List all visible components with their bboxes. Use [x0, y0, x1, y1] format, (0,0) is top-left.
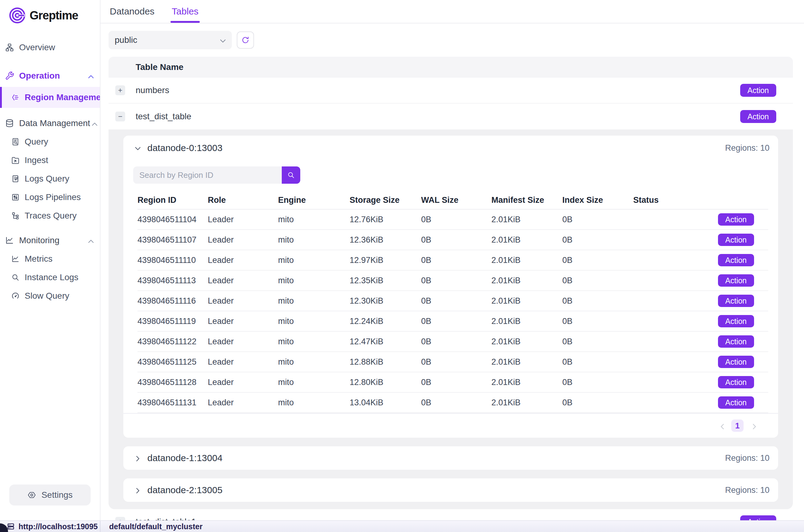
table-row: + numbers Action [109, 78, 793, 103]
sidebar-item-instance-logs[interactable]: Instance Logs [0, 268, 100, 287]
settings-label: Settings [41, 490, 73, 500]
settings-button[interactable]: Settings [9, 484, 91, 506]
region-action-button[interactable]: Action [718, 376, 754, 388]
region-cell-role: Leader [208, 398, 278, 407]
region-cell-index-size: 0B [562, 357, 633, 367]
sidebar-item-region-management[interactable]: Region Management [0, 87, 100, 108]
region-cell-manifest-size: 2.01KiB [492, 276, 562, 285]
tab-datanodes[interactable]: Datanodes [109, 0, 156, 23]
region-cell-index-size: 0B [562, 235, 633, 245]
tab-bar: DatanodesTables [100, 0, 804, 23]
schema-select[interactable]: public [109, 31, 232, 49]
region-cell-wal-size: 0B [421, 317, 492, 326]
region-cell-index-size: 0B [562, 398, 633, 407]
region-col-storage-size: Storage Size [350, 195, 421, 205]
region-cell-index-size: 0B [562, 296, 633, 306]
region-cell-manifest-size: 2.01KiB [492, 235, 562, 245]
region-action-button[interactable]: Action [718, 294, 754, 307]
region-cell-storage-size: 12.97KiB [350, 255, 421, 265]
region-col-engine: Engine [278, 195, 350, 205]
region-col-role: Role [208, 195, 278, 205]
region-cell-manifest-size: 2.01KiB [492, 215, 562, 224]
chevron-right-icon [133, 486, 142, 495]
region-action-button[interactable]: Action [718, 274, 754, 287]
sidebar-item-label: Data Management [19, 118, 90, 128]
sidebar-item-overview[interactable]: Overview [0, 38, 100, 57]
region-row: 4398046511116Leadermito12.30KiB0B2.01KiB… [137, 291, 768, 311]
region-cell-engine: mito [278, 398, 350, 407]
next-page-icon[interactable] [750, 422, 757, 429]
region-search-input[interactable] [133, 167, 282, 184]
schema-select-value: public [115, 35, 137, 45]
refresh-button[interactable] [237, 32, 254, 49]
sidebar-item-operation[interactable]: Operation [0, 66, 100, 85]
toolbar: public [109, 31, 793, 49]
table-name: test_dist_table1 [136, 517, 196, 520]
chevron-down-icon [133, 144, 142, 153]
chevron-up-icon [90, 119, 99, 129]
server-url: http://localhost:19095 [19, 522, 98, 531]
sidebar: Greptime OverviewOperationRegion Managem… [0, 0, 100, 520]
sidebar-item-slow-query[interactable]: Slow Query [0, 287, 100, 305]
sidebar-item-monitoring[interactable]: Monitoring [0, 231, 100, 250]
tables-list: Table Name + numbers Action − test_dist_… [109, 57, 793, 520]
datanode-header[interactable]: datanode-2:13005 Regions: 10 [123, 478, 778, 502]
region-col-status: Status [633, 195, 683, 205]
region-row: 4398046511107Leadermito12.36KiB0B2.01KiB… [137, 230, 768, 250]
collapse-button[interactable]: − [115, 112, 125, 121]
page-number[interactable]: 1 [731, 419, 744, 432]
region-action-button[interactable]: Action [718, 234, 754, 246]
sidebar-item-logs-pipelines[interactable]: Logs Pipelines [0, 188, 100, 207]
region-action-button[interactable]: Action [718, 213, 754, 226]
chart-icon [11, 254, 20, 263]
region-cell-region-id: 4398046511104 [137, 215, 208, 224]
sidebar-item-data-management[interactable]: Data Management [0, 114, 100, 133]
region-cell-engine: mito [278, 235, 350, 245]
region-action-button[interactable]: Action [718, 356, 754, 368]
cluster-name: default/default_mycluster [100, 522, 203, 531]
table-action-button[interactable]: Action [740, 84, 776, 97]
sliders-icon [11, 193, 20, 202]
expand-button[interactable]: + [115, 517, 125, 520]
sidebar-item-label: Instance Logs [25, 272, 78, 282]
region-action-button[interactable]: Action [718, 254, 754, 266]
region-cell-manifest-size: 2.01KiB [492, 255, 562, 265]
region-cell-role: Leader [208, 357, 278, 367]
previous-page-icon[interactable] [718, 422, 725, 429]
chevron-right-icon [133, 454, 142, 463]
brand-name: Greptime [30, 9, 78, 22]
region-action-button[interactable]: Action [718, 396, 754, 409]
sidebar-item-ingest[interactable]: Ingest [0, 151, 100, 170]
datanode-panel: datanode-0:13003 Regions: 10 Region IDRo… [123, 136, 778, 438]
datanode-regions-count: Regions: 10 [725, 486, 769, 495]
tables-list-header: Table Name [109, 57, 793, 78]
table-action-button[interactable]: Action [740, 110, 776, 123]
region-cell-index-size: 0B [562, 276, 633, 285]
region-row: 4398046511104Leadermito12.76KiB0B2.01KiB… [137, 210, 768, 230]
table-name-column-header: Table Name [136, 62, 184, 72]
region-search-button[interactable] [282, 167, 300, 184]
sidebar-item-label: Operation [19, 71, 60, 81]
sidebar-item-query[interactable]: Query [0, 133, 100, 151]
tab-tables[interactable]: Tables [171, 0, 200, 23]
region-action-button[interactable]: Action [718, 335, 754, 348]
content-area: public Table Name + numbers Action − tes… [100, 23, 804, 520]
region-cell-role: Leader [208, 255, 278, 265]
region-cell-region-id: 4398046511122 [137, 337, 208, 346]
sidebar-item-traces-query[interactable]: Traces Query [0, 207, 100, 225]
region-cell-storage-size: 12.30KiB [350, 296, 421, 306]
datanode-header[interactable]: datanode-1:13004 Regions: 10 [123, 446, 778, 470]
refresh-icon [241, 36, 250, 44]
region-cell-index-size: 0B [562, 317, 633, 326]
region-cell-manifest-size: 2.01KiB [492, 398, 562, 407]
expand-button[interactable]: + [115, 86, 125, 95]
region-cell-role: Leader [208, 378, 278, 387]
datanode-header[interactable]: datanode-0:13003 Regions: 10 [123, 136, 778, 160]
sidebar-item-label: Logs Pipelines [25, 192, 81, 202]
region-action-button[interactable]: Action [718, 315, 754, 327]
database-icon [5, 119, 14, 128]
sidebar-item-logs-query[interactable]: Logs Query [0, 170, 100, 188]
region-cell-region-id: 4398046511107 [137, 235, 208, 245]
table-action-button[interactable]: Action [740, 515, 776, 520]
sidebar-item-metrics[interactable]: Metrics [0, 250, 100, 268]
